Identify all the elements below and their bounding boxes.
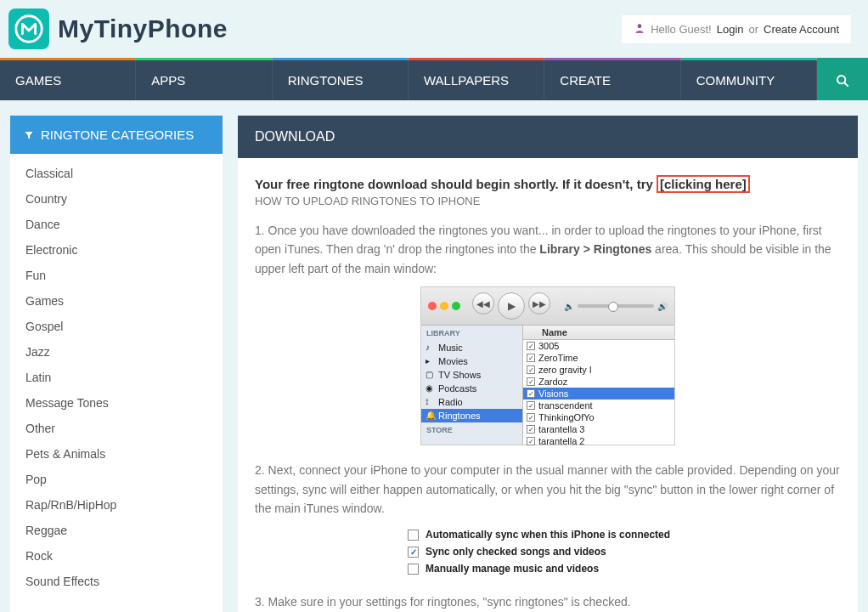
svg-line-3 — [844, 82, 848, 87]
sync-options-screenshot: Automatically sync when this iPhone is c… — [408, 526, 688, 577]
svg-point-1 — [638, 24, 642, 28]
howto-subhead: HOW TO UPLOAD RINGTONES TO IPHONE — [255, 195, 841, 207]
itunes-row: ✓Zardoz — [523, 376, 674, 388]
greeting-text: Hello Guest! — [651, 23, 712, 36]
itunes-side-item: ◉Podcasts — [421, 382, 522, 395]
category-list: ClassicalCountryDanceElectronicFunGamesG… — [10, 154, 223, 601]
volume-slider: 🔈🔊 — [564, 302, 668, 311]
next-icon: ▶▶ — [528, 292, 550, 314]
clicking-here-link[interactable]: [clicking here] — [657, 175, 750, 193]
itunes-screenshot: ◀◀ ▶ ▶▶ 🔈🔊 LIBRARY ♪Music▸Movies▢TV Show… — [420, 286, 675, 445]
checkbox-icon — [408, 564, 419, 575]
sidebar-title: RINGTONE CATEGORIES — [41, 128, 194, 142]
content: DOWNLOAD Your free ringtone download sho… — [238, 116, 858, 612]
alert-text: Your free ringtone download should begin… — [255, 177, 657, 191]
category-item[interactable]: Gospel — [10, 314, 223, 339]
nav-apps[interactable]: APPS — [136, 58, 272, 100]
category-item[interactable]: Games — [10, 288, 223, 314]
itunes-row: ✓3005 — [523, 340, 674, 352]
logo[interactable]: MyTinyPhone — [8, 8, 228, 49]
play-icon: ▶ — [498, 292, 525, 320]
main-nav: GAMES APPS RINGTONES WALLPAPERS CREATE C… — [0, 58, 868, 100]
category-item[interactable]: Pop — [10, 467, 223, 492]
step-2: 2. Next, connect your iPhone to your com… — [255, 461, 841, 518]
itunes-row: ✓tarantella 3 — [523, 423, 674, 435]
download-alert: Your free ringtone download should begin… — [255, 177, 841, 191]
category-item[interactable]: Rap/RnB/HipHop — [10, 492, 223, 518]
itunes-row: ✓ThinkingOfYo — [523, 411, 674, 423]
search-icon — [836, 74, 849, 88]
category-item[interactable]: Fun — [10, 263, 223, 288]
category-item[interactable]: Dance — [10, 212, 223, 237]
content-header: DOWNLOAD — [238, 116, 858, 158]
category-item[interactable]: Sound Effects — [10, 569, 223, 594]
name-column: Name — [523, 326, 674, 340]
itunes-side-item: ▢TV Shows — [421, 368, 522, 382]
sidebar: RINGTONE CATEGORIES ClassicalCountryDanc… — [10, 116, 223, 612]
user-bar: Hello Guest! Login or Create Account — [622, 15, 851, 43]
prev-icon: ◀◀ — [472, 292, 494, 314]
filter-icon — [24, 130, 34, 140]
or-text: or — [749, 23, 759, 36]
itunes-side-item: 🔔Ringtones — [421, 409, 522, 422]
category-item[interactable]: Electronic — [10, 237, 223, 263]
library-heading: LIBRARY — [421, 326, 522, 341]
category-item[interactable]: Jazz — [10, 339, 223, 365]
nav-ringtones[interactable]: RINGTONES — [273, 58, 409, 100]
category-item[interactable]: Rock — [10, 543, 223, 569]
category-item[interactable]: Latin — [10, 365, 223, 390]
itunes-row: ✓Visions — [523, 388, 674, 400]
checkbox-icon — [408, 530, 419, 541]
playback-controls: ◀◀ ▶ ▶▶ — [472, 292, 550, 320]
site-title: MyTinyPhone — [58, 14, 228, 43]
nav-create[interactable]: CREATE — [544, 58, 680, 100]
nav-community[interactable]: COMMUNITY — [681, 58, 817, 100]
category-item[interactable]: Other — [10, 416, 223, 441]
itunes-row: ✓ZeroTime — [523, 352, 674, 364]
store-heading: STORE — [421, 422, 522, 438]
create-account-link[interactable]: Create Account — [764, 23, 839, 36]
category-item[interactable]: Message Tones — [10, 390, 223, 416]
category-item[interactable]: Pets & Animals — [10, 441, 223, 467]
itunes-side-item: ⟟Radio — [421, 395, 522, 409]
checkbox-checked-icon: ✓ — [408, 547, 419, 558]
category-item[interactable]: Country — [10, 186, 223, 212]
user-icon — [634, 22, 645, 37]
vol-high-icon: 🔊 — [657, 302, 668, 311]
itunes-row: ✓transcendent — [523, 400, 674, 411]
step-3: 3. Make sure in your settings for ringto… — [255, 592, 841, 611]
window-traffic-lights — [428, 302, 460, 310]
logo-icon — [8, 8, 49, 49]
step-1: 1. Once you have downloaded the ringtone… — [255, 221, 841, 278]
nav-games[interactable]: GAMES — [0, 60, 136, 100]
nav-search-button[interactable] — [817, 58, 868, 100]
itunes-row: ✓tarantella 2 — [523, 435, 674, 447]
itunes-side-item: ♪Music — [421, 341, 522, 354]
login-link[interactable]: Login — [717, 23, 744, 36]
svg-point-2 — [837, 76, 845, 83]
vol-low-icon: 🔈 — [564, 302, 574, 311]
category-item[interactable]: Classical — [10, 161, 223, 186]
nav-wallpapers[interactable]: WALLPAPERS — [409, 58, 544, 100]
category-item[interactable]: Reggae — [10, 518, 223, 543]
itunes-side-item: ▸Movies — [421, 354, 522, 368]
itunes-row: ✓zero gravity l — [523, 364, 674, 376]
sidebar-header: RINGTONE CATEGORIES — [10, 116, 223, 154]
